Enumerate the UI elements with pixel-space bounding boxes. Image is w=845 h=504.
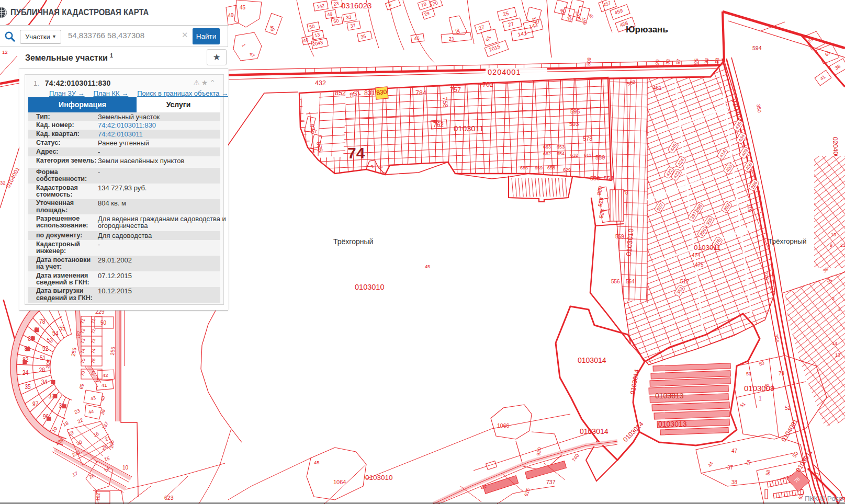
svg-text:658: 658 xyxy=(547,165,555,170)
svg-text:1066: 1066 xyxy=(497,422,510,429)
svg-text:512: 512 xyxy=(680,279,689,284)
svg-text:432: 432 xyxy=(315,79,326,87)
svg-text:0103011: 0103011 xyxy=(694,244,721,251)
svg-text:0204001: 0204001 xyxy=(488,68,521,76)
svg-text:79: 79 xyxy=(779,371,785,376)
svg-text:461: 461 xyxy=(653,85,662,91)
svg-text:35: 35 xyxy=(360,33,366,40)
svg-text:45: 45 xyxy=(314,460,320,465)
svg-text:33: 33 xyxy=(346,14,352,20)
svg-text:554: 554 xyxy=(626,279,635,284)
svg-text:663: 663 xyxy=(543,144,551,150)
svg-text:629: 629 xyxy=(563,167,571,173)
svg-text:474: 474 xyxy=(692,253,701,258)
svg-text:53: 53 xyxy=(47,337,53,343)
svg-text:9: 9 xyxy=(830,243,832,248)
svg-text:0103013: 0103013 xyxy=(655,392,684,400)
svg-text:21: 21 xyxy=(448,36,455,42)
svg-text:55: 55 xyxy=(60,325,65,331)
svg-text:595: 595 xyxy=(570,108,580,114)
svg-text:37: 37 xyxy=(727,465,734,471)
svg-text:559: 559 xyxy=(595,154,605,161)
svg-text:50: 50 xyxy=(100,320,107,326)
svg-text:757: 757 xyxy=(450,86,461,94)
svg-text:13: 13 xyxy=(314,32,320,38)
svg-text:10: 10 xyxy=(831,232,836,237)
svg-text:54: 54 xyxy=(52,330,58,337)
svg-text:654: 654 xyxy=(557,151,565,156)
svg-text:50: 50 xyxy=(333,18,340,24)
svg-text:762: 762 xyxy=(433,121,444,129)
svg-text:686: 686 xyxy=(520,165,528,170)
svg-text:51: 51 xyxy=(40,354,46,361)
svg-text:702: 702 xyxy=(482,81,493,88)
svg-text:632: 632 xyxy=(570,153,578,158)
svg-text:182: 182 xyxy=(95,492,101,501)
svg-text:3: 3 xyxy=(832,296,835,301)
svg-text:52: 52 xyxy=(42,345,48,352)
svg-text:737: 737 xyxy=(546,479,556,485)
svg-text:556: 556 xyxy=(590,175,600,181)
svg-text:74: 74 xyxy=(347,144,365,162)
svg-text:0103010: 0103010 xyxy=(355,283,384,291)
svg-text:45: 45 xyxy=(425,264,430,269)
svg-text:611: 611 xyxy=(584,153,591,158)
svg-text:559: 559 xyxy=(615,234,624,239)
svg-text:0103011: 0103011 xyxy=(454,124,483,133)
svg-text:13: 13 xyxy=(835,352,840,358)
svg-text:659: 659 xyxy=(535,165,543,170)
svg-text:593: 593 xyxy=(569,121,579,127)
svg-text:554: 554 xyxy=(604,175,613,181)
svg-text:830: 830 xyxy=(376,88,387,97)
svg-text:52: 52 xyxy=(785,405,791,411)
svg-text:Трёхгорный: Трёхгорный xyxy=(333,237,373,246)
svg-text:49: 49 xyxy=(327,11,333,17)
svg-text:34: 34 xyxy=(41,379,47,385)
svg-text:45: 45 xyxy=(414,36,420,41)
svg-text:37: 37 xyxy=(350,22,356,29)
svg-text:24: 24 xyxy=(22,369,28,376)
svg-text:653: 653 xyxy=(557,144,565,150)
svg-text:831: 831 xyxy=(364,89,375,97)
svg-text:Юрюзань: Юрюзань xyxy=(626,25,668,35)
svg-text:49: 49 xyxy=(228,12,234,18)
svg-text:32: 32 xyxy=(0,180,6,186)
svg-text:255: 255 xyxy=(109,346,116,356)
svg-text:662: 662 xyxy=(543,151,551,156)
svg-text:50: 50 xyxy=(309,24,315,30)
svg-text:1: 1 xyxy=(759,396,762,402)
svg-text:475: 475 xyxy=(695,262,704,268)
svg-text:78: 78 xyxy=(39,318,45,325)
svg-text:Трёхгорный: Трёхгорный xyxy=(768,237,807,245)
svg-text:35: 35 xyxy=(25,383,30,390)
svg-text:41: 41 xyxy=(102,382,107,388)
svg-text:42: 42 xyxy=(103,372,108,378)
svg-text:97: 97 xyxy=(32,400,38,407)
svg-text:38: 38 xyxy=(731,479,738,485)
svg-text:556: 556 xyxy=(611,279,620,284)
svg-text:0103014: 0103014 xyxy=(578,356,606,364)
svg-text:578: 578 xyxy=(583,135,592,142)
svg-text:1064: 1064 xyxy=(333,479,346,485)
svg-text:852: 852 xyxy=(335,89,346,97)
svg-text:28: 28 xyxy=(39,367,45,374)
svg-text:58: 58 xyxy=(764,469,771,476)
svg-text:45: 45 xyxy=(240,5,246,10)
svg-text:47: 47 xyxy=(731,448,738,454)
svg-text:0103013: 0103013 xyxy=(658,420,687,428)
svg-text:14: 14 xyxy=(832,341,837,346)
svg-text:12: 12 xyxy=(2,49,8,55)
svg-text:0316023: 0316023 xyxy=(341,1,371,10)
svg-text:29: 29 xyxy=(102,444,108,451)
svg-text:21: 21 xyxy=(840,243,845,248)
svg-text:50: 50 xyxy=(746,371,751,376)
svg-text:23: 23 xyxy=(333,1,340,7)
svg-text:2: 2 xyxy=(838,306,841,312)
svg-text:623: 623 xyxy=(164,495,174,501)
svg-text:508: 508 xyxy=(585,57,592,66)
svg-text:758: 758 xyxy=(441,97,449,108)
svg-text:784: 784 xyxy=(415,89,426,97)
svg-text:10: 10 xyxy=(122,465,129,471)
svg-text:594: 594 xyxy=(752,45,762,51)
